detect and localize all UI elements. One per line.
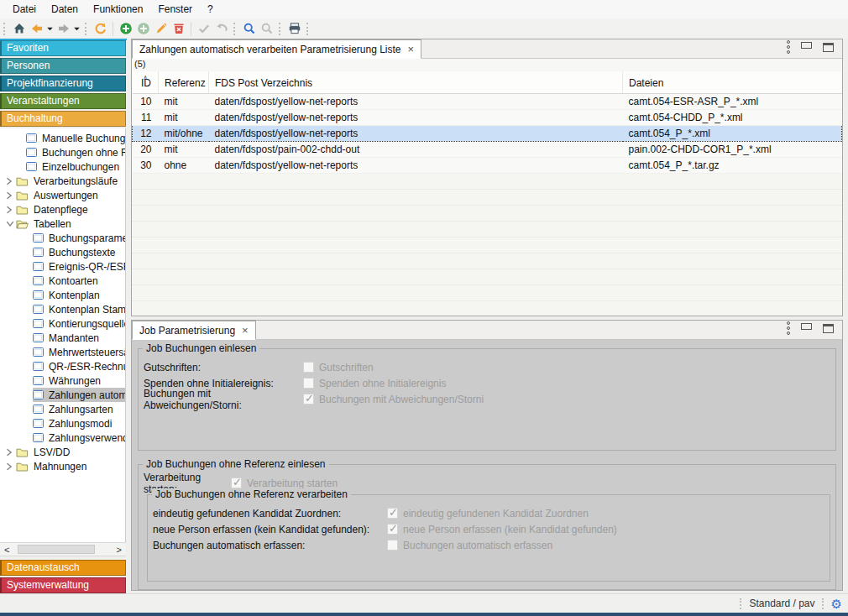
checkbox-checked[interactable]: [303, 394, 314, 405]
checkbox-unchecked[interactable]: [303, 378, 314, 389]
undo-button[interactable]: [212, 20, 230, 38]
forward-menu-button[interactable]: [72, 20, 81, 38]
scroll-right-arrow[interactable]: >: [117, 544, 122, 556]
tab-close-icon[interactable]: ×: [242, 325, 249, 336]
menu-item-3[interactable]: Fenster: [150, 1, 200, 18]
edit-button[interactable]: [152, 20, 170, 38]
forward-arrow-icon: [57, 22, 71, 35]
chevron-right-icon[interactable]: [6, 177, 16, 185]
toolbar-grip[interactable]: [85, 23, 88, 35]
chevron-down-icon[interactable]: [6, 220, 16, 228]
table-row[interactable]: 10mitdaten/fdspost/yellow-net-reportscam…: [133, 93, 842, 109]
tree-item-9[interactable]: Ereignis-QR-/ESR-R: [0, 259, 125, 274]
menu-item-0[interactable]: Datei: [5, 1, 44, 18]
tree-item-15[interactable]: Mehrwertsteuersät: [0, 345, 125, 359]
maximize-icon[interactable]: [823, 324, 834, 333]
tree-item-17[interactable]: Währungen: [0, 373, 125, 388]
refresh-button[interactable]: [92, 20, 109, 38]
minimize-icon[interactable]: [801, 42, 812, 49]
tree-item-22[interactable]: LSV/DD: [0, 445, 125, 459]
minimize-icon[interactable]: [801, 323, 812, 330]
checkbox-checked[interactable]: [231, 478, 242, 488]
tree-item-5[interactable]: Datenpflege: [0, 202, 125, 217]
toolbar-grip[interactable]: [279, 23, 282, 35]
back-button[interactable]: [28, 20, 45, 38]
tree-item-1[interactable]: Buchungen ohne Refe: [0, 145, 125, 159]
table-icon: [33, 319, 44, 328]
tree-item-19[interactable]: Zahlungsarten: [0, 402, 125, 416]
search-alt-button[interactable]: [258, 20, 275, 38]
tree-item-12[interactable]: Kontenplan Stammt: [0, 302, 125, 316]
tab-job-parametrisierung[interactable]: Job Parametrisierung ×: [132, 321, 256, 340]
table-row[interactable]: 12mit/ohnedaten/fdspost/yellow-net-repor…: [133, 125, 842, 141]
tab-close-icon[interactable]: ×: [408, 44, 415, 55]
chevron-right-icon[interactable]: [6, 448, 16, 457]
table-row[interactable]: 30ohnedaten/fdspost/yellow-net-reportsca…: [133, 157, 842, 173]
chevron-right-icon[interactable]: [6, 206, 16, 214]
tree-item-23[interactable]: Mahnungen: [0, 459, 125, 473]
sidebar-section-buchhaltung[interactable]: Buchhaltung: [0, 111, 126, 127]
back-menu-button[interactable]: [45, 20, 55, 38]
scroll-left-arrow[interactable]: <: [4, 544, 9, 556]
tree-item-16[interactable]: QR-/ESR-Rechnuns: [0, 359, 125, 373]
table-row[interactable]: 11mitdaten/fdspost/yellow-net-reportscam…: [133, 109, 842, 125]
view-menu-icon[interactable]: [787, 321, 790, 335]
tree-item-14[interactable]: Mandanten: [0, 331, 125, 345]
forward-button[interactable]: [55, 20, 72, 38]
checkbox-checked[interactable]: [387, 524, 398, 535]
sidebar-horizontal-scrollbar[interactable]: < >: [0, 542, 126, 556]
settings-gear-icon[interactable]: ⚙: [831, 598, 842, 610]
chevron-right-icon[interactable]: [6, 462, 16, 471]
column-header-fds-post-verzeichnis[interactable]: FDS Post Verzeichnis: [209, 71, 623, 93]
scrollbar-thumb[interactable]: [18, 545, 95, 554]
sidebar-section-personen[interactable]: Personen: [0, 58, 126, 74]
tree-item-3[interactable]: Verarbeitungsläufe: [0, 174, 125, 188]
table-row[interactable]: 20mitdaten/fdspost/pain-002-chdd-outpain…: [133, 141, 842, 157]
tab-zahlungen-liste[interactable]: Zahlungen automatisch verarbeiten Parame…: [132, 39, 421, 59]
toolbar-grip[interactable]: [306, 23, 310, 35]
print-button[interactable]: [285, 20, 303, 38]
search-button[interactable]: [240, 20, 258, 38]
tree-item-21[interactable]: Zahlungsverwendu: [0, 431, 125, 445]
checkbox-unchecked[interactable]: [387, 540, 398, 551]
menu-item-4[interactable]: ?: [200, 1, 221, 18]
table-cell: daten/fdspost/yellow-net-reports: [209, 93, 623, 109]
tree-item-11[interactable]: Kontenplan: [0, 288, 125, 302]
checkbox-unchecked[interactable]: [303, 362, 314, 373]
tree-item-7[interactable]: Buchungsparametr: [0, 231, 125, 245]
table-body: 10mitdaten/fdspost/yellow-net-reportscam…: [133, 93, 842, 173]
confirm-button[interactable]: [195, 20, 212, 38]
chevron-right-icon[interactable]: [6, 191, 16, 200]
tree-item-8[interactable]: Buchungstexte: [0, 245, 125, 259]
statusbar-grip: [740, 598, 742, 609]
delete-button[interactable]: [170, 20, 187, 38]
menu-item-2[interactable]: Funktionen: [86, 1, 150, 18]
tree-item-4[interactable]: Auswertungen: [0, 188, 125, 202]
tree-item-20[interactable]: Zahlungsmodi: [0, 416, 125, 431]
tree-item-2[interactable]: Einzelbuchungen: [0, 159, 125, 174]
tree-item-10[interactable]: Kontoarten: [0, 274, 125, 288]
add-alt-button[interactable]: [134, 20, 152, 38]
view-menu-icon[interactable]: [787, 40, 790, 54]
column-header-id[interactable]: ID∧: [133, 71, 159, 93]
add-button[interactable]: [117, 20, 134, 38]
tree-item-0[interactable]: Manuelle Buchungen: [0, 131, 125, 145]
search-alt-icon: [260, 22, 274, 35]
sidebar-section-projektfinanzierung[interactable]: Projektfinanzierung: [0, 76, 126, 91]
tree-item-6[interactable]: Tabellen: [0, 217, 125, 231]
sidebar-section-favoriten[interactable]: Favoriten: [0, 40, 126, 56]
sidebar-section-veranstaltungen[interactable]: Veranstaltungen: [0, 93, 126, 109]
toolbar-grip[interactable]: [233, 23, 237, 35]
column-header-referenz[interactable]: Referenz: [159, 71, 209, 93]
maximize-icon[interactable]: [823, 43, 834, 52]
column-header-dateien[interactable]: Dateien: [623, 71, 842, 93]
home-button[interactable]: [10, 20, 28, 38]
toolbar-grip[interactable]: [3, 23, 7, 35]
tree-item-18[interactable]: Zahlungen automat: [0, 388, 125, 402]
sidebar-section-systemverwaltung[interactable]: Systemverwaltung: [0, 577, 126, 593]
menu-item-1[interactable]: Daten: [44, 1, 86, 18]
sidebar-section-datenaustausch[interactable]: Datenaustausch: [0, 560, 126, 576]
checkbox-checked[interactable]: [387, 508, 398, 519]
tree-item-13[interactable]: Kontierungsquellen: [0, 316, 125, 331]
table-icon: [26, 162, 37, 171]
